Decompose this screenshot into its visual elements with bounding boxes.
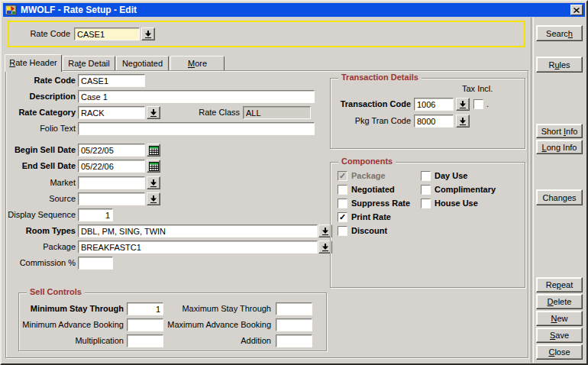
rate-setup-window: MWOLF - Rate Setup - Edit Rate Code Rate… <box>0 0 588 365</box>
market-label: Market <box>7 176 76 189</box>
side-panel-divider <box>531 18 534 363</box>
print-rate-checkbox[interactable]: ✓ <box>338 212 347 222</box>
query-rate-code-lov-icon[interactable] <box>141 27 155 40</box>
new-button[interactable]: New <box>536 311 583 326</box>
folio-text-label: Folio Text <box>7 122 76 135</box>
package-checkbox: ✓ <box>338 171 347 181</box>
pkg-tran-code-input[interactable] <box>414 115 454 128</box>
end-sell-date-input[interactable] <box>78 160 145 173</box>
window-title: MWOLF - Rate Setup - Edit <box>21 5 137 15</box>
min-advance-booking-label: Minimum Advance Booking <box>22 318 124 331</box>
rules-button[interactable]: Rules <box>536 57 583 73</box>
tab-rate-detail[interactable]: Rate Detail <box>63 56 115 71</box>
changes-button[interactable]: Changes <box>536 189 583 205</box>
source-label: Source <box>7 192 76 205</box>
commission-label: Commission % <box>7 257 76 270</box>
max-advance-booking-label: Maximum Advance Booking <box>163 318 271 331</box>
short-info-button[interactable]: Short Info <box>536 124 583 138</box>
day-use-checkbox[interactable] <box>421 171 431 181</box>
components-title: Components <box>338 157 396 166</box>
components-group: Components ✓ Package Negotiated Suppress… <box>330 162 525 288</box>
tax-incl-label: Tax Incl. <box>462 82 500 95</box>
house-use-checkbox-label: House Use <box>435 199 478 208</box>
max-stay-through-input[interactable] <box>276 302 312 315</box>
pkg-tran-code-lov-icon[interactable] <box>456 115 470 128</box>
rate-class-label: Rate Class <box>177 106 240 119</box>
rate-category-label: Rate Category <box>7 106 76 119</box>
folio-text-input[interactable] <box>78 122 315 135</box>
house-use-checkbox[interactable] <box>421 199 431 208</box>
negotiated-checkbox-label: Negotiated <box>351 185 395 195</box>
multiplication-label: Multiplication <box>22 334 124 347</box>
title-bar: MWOLF - Rate Setup - Edit <box>3 3 585 17</box>
max-stay-through-label: Maximum Stay Through <box>163 302 271 315</box>
display-sequence-input[interactable] <box>78 208 113 221</box>
description-input[interactable] <box>78 90 315 103</box>
complimentary-checkbox[interactable] <box>421 185 431 195</box>
addition-label: Addition <box>163 334 271 347</box>
market-input[interactable] <box>78 176 145 189</box>
delete-button[interactable]: Delete <box>536 294 583 309</box>
sell-controls-group: Sell Controls Minimum Stay Through Maxim… <box>18 292 327 351</box>
end-sell-date-label: End Sell Date <box>7 160 76 173</box>
source-lov-icon[interactable] <box>147 192 160 205</box>
source-input[interactable] <box>78 192 145 205</box>
room-types-input[interactable] <box>78 224 318 237</box>
rate-category-lov-icon[interactable] <box>147 106 160 119</box>
discount-checkbox[interactable] <box>338 226 347 236</box>
tab-negotiated[interactable]: Negotiated <box>116 56 169 71</box>
search-button[interactable]: Search <box>536 25 583 41</box>
app-icon <box>5 5 18 15</box>
discount-checkbox-label: Discount <box>351 226 387 236</box>
begin-sell-date-input[interactable] <box>78 144 145 157</box>
save-button[interactable]: Save <box>536 328 583 343</box>
tab-rate-header[interactable]: Rate Header <box>5 54 62 72</box>
multiplication-input[interactable] <box>127 334 163 347</box>
complimentary-checkbox-label: Complimentary <box>435 185 496 195</box>
package-input[interactable] <box>78 241 318 254</box>
addition-input[interactable] <box>276 334 312 347</box>
min-stay-through-label: Minimum Stay Through <box>22 302 124 315</box>
min-stay-through-input[interactable] <box>127 302 163 315</box>
repeat-button[interactable]: Repeat <box>536 277 583 292</box>
begin-sell-date-label: Begin Sell Date <box>7 144 76 157</box>
day-use-checkbox-label: Day Use <box>435 171 467 181</box>
transaction-details-title: Transaction Details <box>338 73 422 82</box>
long-info-button[interactable]: Long Info <box>536 140 583 154</box>
tax-incl-checkbox[interactable] <box>473 99 483 109</box>
display-sequence-label: Display Sequence <box>7 208 76 221</box>
transaction-code-input[interactable] <box>414 98 454 111</box>
query-rate-code-label: Rate Code <box>15 27 70 40</box>
print-rate-checkbox-label: Print Rate <box>351 212 391 222</box>
tax-incl-suffix: . <box>486 98 493 111</box>
suppress-rate-checkbox[interactable] <box>338 199 347 208</box>
market-lov-icon[interactable] <box>147 176 160 189</box>
min-advance-booking-input[interactable] <box>127 318 163 331</box>
begin-sell-date-calendar-icon[interactable] <box>147 144 160 157</box>
transaction-code-lov-icon[interactable] <box>456 98 470 111</box>
rate-category-input[interactable] <box>78 106 145 119</box>
negotiated-checkbox[interactable] <box>338 185 347 195</box>
rate-code-label: Rate Code <box>7 74 76 87</box>
package-checkbox-label: Package <box>351 171 386 181</box>
suppress-rate-checkbox-label: Suppress Rate <box>351 199 410 208</box>
end-sell-date-calendar-icon[interactable] <box>147 160 160 173</box>
pkg-tran-code-label: Pkg Tran Code <box>334 115 411 128</box>
commission-input[interactable] <box>78 257 113 270</box>
sell-controls-title: Sell Controls <box>27 287 85 296</box>
rate-class-input <box>243 106 311 119</box>
max-advance-booking-input[interactable] <box>276 318 312 331</box>
description-label: Description <box>7 90 76 103</box>
room-types-label: Room Types <box>7 224 76 237</box>
close-icon[interactable] <box>570 5 583 15</box>
package-label: Package <box>7 241 76 254</box>
query-rate-code-input[interactable] <box>74 27 140 40</box>
transaction-details-group: Transaction Details Tax Incl. Transactio… <box>330 78 525 149</box>
close-button[interactable]: Close <box>536 344 583 360</box>
rate-code-input[interactable] <box>78 74 145 87</box>
tab-more[interactable]: More <box>170 56 225 71</box>
transaction-code-label: Transaction Code <box>334 98 411 111</box>
